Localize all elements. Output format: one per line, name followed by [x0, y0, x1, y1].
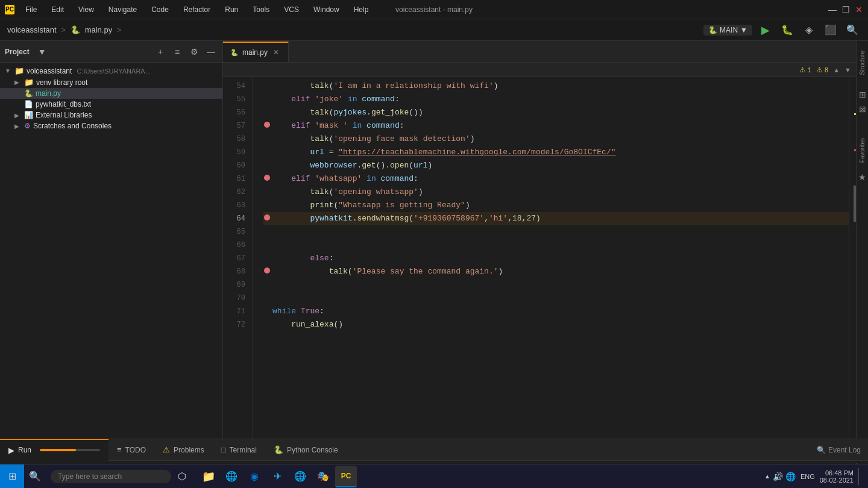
profile-button[interactable]: ◈	[800, 22, 817, 39]
problems-tab-icon: ⚠	[163, 445, 170, 454]
menu-vcs[interactable]: VCS	[280, 4, 303, 15]
tree-venv[interactable]: ▶ 📁 venv library root	[0, 77, 222, 88]
code-line-60: webbrowser.get().open(url)	[263, 159, 849, 172]
scroll-marker-2	[854, 149, 856, 151]
restore-button[interactable]: ❐	[841, 5, 850, 14]
menu-window[interactable]: Window	[310, 4, 343, 15]
taskbar-apps: 📁 🌐 ◉ ✈ 🌐 🎭 PC	[198, 466, 357, 487]
bp-68	[263, 265, 272, 278]
taskbar-show-desktop[interactable]	[858, 468, 861, 485]
code-line-65	[263, 225, 849, 239]
debug-button[interactable]: 🐛	[779, 22, 796, 39]
menu-edit[interactable]: Edit	[48, 4, 68, 15]
bp-57	[263, 119, 272, 133]
taskbar-edge[interactable]: ◉	[244, 466, 265, 487]
menu-file[interactable]: File	[22, 4, 40, 15]
bp-61	[263, 172, 272, 186]
tab-mainpy[interactable]: 🐍 main.py ✕	[223, 42, 289, 62]
sidebar-favorites-label[interactable]: Favorites	[858, 133, 867, 167]
warnings-down[interactable]: ▼	[844, 66, 851, 74]
tab-problems[interactable]: ⚠ Problems	[154, 439, 213, 461]
tree-root-folder-icon: 📁	[14, 66, 24, 75]
tree-root[interactable]: ▼ 📁 voiceassistant C:\Users\SURYANARA...	[0, 65, 222, 77]
tree-mainpy[interactable]: ▶ 🐍 main.py	[0, 88, 222, 99]
breadcrumb-file[interactable]: main.py	[85, 25, 113, 34]
project-toolbar: Project ▼ + ≡ ⚙ —	[0, 41, 222, 63]
run-config-dropdown[interactable]: ▼	[740, 26, 747, 34]
ln-56: 56	[223, 106, 245, 119]
bp-71	[263, 305, 272, 318]
tree-pywhatkit[interactable]: ▶ 📄 pywhatkit_dbs.txt	[0, 99, 222, 110]
warning-2[interactable]: ⚠ 8	[816, 66, 828, 74]
python-console-tab-icon: 🐍	[274, 445, 283, 454]
run-config-name: MAIN	[720, 26, 738, 34]
problems-tab-label: Problems	[174, 446, 204, 454]
taskbar-telegram[interactable]: ✈	[266, 466, 288, 487]
title-bar: PC File Edit View Navigate Code Refactor…	[0, 0, 868, 19]
ln-62: 62	[223, 186, 245, 199]
project-settings-btn[interactable]: ⚙	[187, 45, 201, 58]
tab-close-button[interactable]: ✕	[271, 48, 281, 57]
menu-run[interactable]: Run	[221, 4, 242, 15]
close-button[interactable]: ✕	[855, 5, 863, 14]
ln-72: 72	[223, 318, 245, 331]
menu-navigate[interactable]: Navigate	[105, 4, 140, 15]
favorites-star-icon[interactable]: ★	[858, 172, 866, 182]
minimize-button[interactable]: —	[828, 5, 837, 14]
tree-pywhatkit-label: pywhatkit_dbs.txt	[36, 100, 91, 108]
code-line-67: else:	[263, 252, 849, 265]
taskbar-search-bar[interactable]: Type here to search	[51, 470, 171, 483]
right-scrollbar[interactable]	[849, 77, 856, 439]
project-dropdown[interactable]: ▼	[36, 45, 49, 58]
taskbar-firefox[interactable]: 🌐	[221, 466, 242, 487]
taskbar-taskview[interactable]: ⬡	[171, 466, 193, 487]
run-config[interactable]: 🐍 MAIN ▼	[703, 25, 752, 36]
project-collapse-btn[interactable]: ≡	[171, 45, 184, 58]
tree-extlibs[interactable]: ▶ 📊 External Libraries	[0, 110, 222, 120]
stop-button[interactable]: ⬛	[822, 22, 839, 39]
grid-icon[interactable]: ⊠	[859, 104, 866, 114]
menu-view[interactable]: View	[75, 4, 98, 15]
menu-tools[interactable]: Tools	[249, 4, 273, 15]
search-button[interactable]: 🔍	[844, 22, 861, 39]
terminal-tab-label: Terminal	[230, 446, 257, 454]
event-log-icon: 🔍	[817, 446, 826, 454]
window-title: voiceassistant - main.py	[395, 5, 473, 14]
menu-refactor[interactable]: Refactor	[180, 4, 214, 15]
structure-icon[interactable]: ⊞	[859, 90, 866, 99]
warnings-up[interactable]: ▲	[833, 66, 840, 74]
project-close-btn[interactable]: —	[204, 45, 218, 58]
taskbar-chrome[interactable]: 🌐	[289, 466, 311, 487]
scroll-marker-1	[854, 113, 856, 115]
bp-63	[263, 199, 272, 212]
menu-help[interactable]: Help	[350, 4, 373, 15]
breadcrumb-project[interactable]: voiceassistant	[7, 25, 57, 34]
tab-py-icon: 🐍	[230, 49, 239, 57]
tab-terminal[interactable]: □ Terminal	[213, 439, 265, 461]
run-button[interactable]: ▶	[757, 22, 774, 39]
taskbar-search-icon[interactable]: 🔍	[24, 466, 46, 487]
warning-1[interactable]: ⚠ 1	[799, 66, 811, 74]
bp-66	[263, 239, 272, 252]
sidebar-structure-label[interactable]: Structure	[858, 46, 867, 80]
tab-python-console[interactable]: 🐍 Python Console	[265, 439, 347, 461]
taskbar-explorer[interactable]: 📁	[198, 466, 219, 487]
code-line-64: pywhatkit.sendwhatmsg('+919360758967','h…	[263, 212, 849, 225]
run-tab-label: Run	[18, 446, 31, 454]
tab-run[interactable]: ▶ Run	[0, 439, 108, 461]
bp-56	[263, 106, 272, 119]
bp-62	[263, 186, 272, 199]
tree-scratches[interactable]: ▶ ⚙ Scratches and Consoles	[0, 120, 222, 131]
menu-code[interactable]: Code	[148, 4, 172, 15]
code-content[interactable]: talk('I am in a relationship with wifi')…	[253, 77, 849, 439]
tray-up-arrow[interactable]: ▲	[764, 473, 770, 480]
event-log-label[interactable]: Event Log	[828, 446, 861, 454]
main-layout: Project ▼ + ≡ ⚙ — ▼ 📁 voiceassistant C:\…	[0, 41, 868, 439]
project-add-btn[interactable]: +	[154, 45, 167, 58]
scroll-thumb[interactable]	[854, 186, 856, 222]
taskbar-pycharm[interactable]: PC	[335, 466, 357, 487]
tab-todo[interactable]: ≡ TODO	[108, 439, 154, 461]
ln-66: 66	[223, 239, 245, 252]
windows-start-button[interactable]: ⊞	[0, 465, 24, 489]
taskbar-app7[interactable]: 🎭	[312, 466, 334, 487]
